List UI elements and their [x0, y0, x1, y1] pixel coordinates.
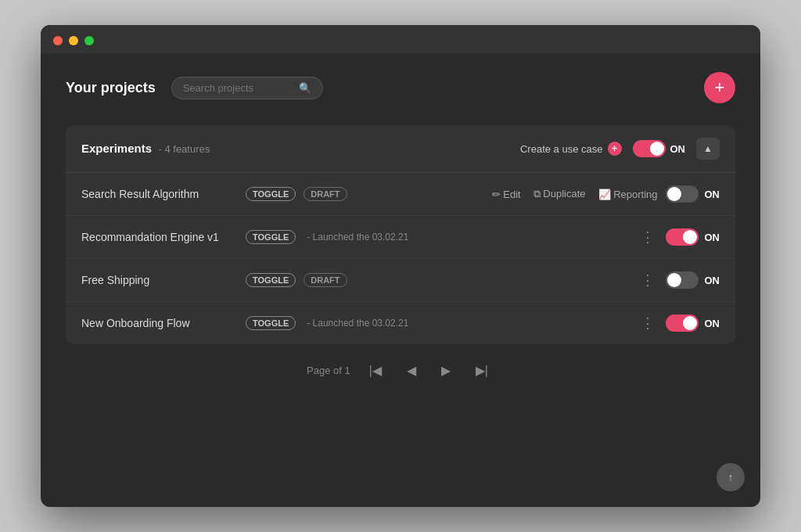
- feature-toggle[interactable]: [666, 185, 699, 203]
- experiments-title-group: Experiments - 4 features: [81, 142, 210, 156]
- feature-toggle-label: ON: [705, 275, 720, 286]
- feature-tag-toggle: TOGGLE: [246, 230, 296, 244]
- page-title: Your projects: [66, 80, 156, 96]
- user-icon[interactable]: ↑: [717, 463, 745, 491]
- more-options-icon[interactable]: ⋮: [638, 271, 658, 289]
- feature-toggle[interactable]: [666, 228, 699, 246]
- maximize-dot[interactable]: [84, 36, 94, 45]
- first-page-button[interactable]: |◀: [363, 360, 388, 381]
- feature-name: Search Result Algorithm: [81, 188, 238, 200]
- titlebar: [41, 25, 760, 53]
- chevron-up-icon: ▲: [703, 143, 713, 154]
- experiments-header: Experiments - 4 features Create a use ca…: [66, 125, 735, 173]
- feature-row: New Onboarding FlowTOGGLE- Launched the …: [66, 302, 735, 344]
- page-text: Page of 1: [307, 365, 350, 376]
- user-icon-glyph: ↑: [728, 471, 734, 483]
- search-box[interactable]: 🔍: [171, 77, 323, 99]
- feature-tag-draft: DRAFT: [304, 187, 347, 201]
- feature-meta: - Launched the 03.02.21: [307, 232, 408, 243]
- app-window: Your projects 🔍 + Experiments - 4 featur…: [41, 25, 760, 507]
- feature-toggle-label: ON: [705, 318, 720, 329]
- action-reporting[interactable]: 📈 Reporting: [598, 189, 658, 200]
- experiments-title: Experiments: [81, 142, 152, 155]
- next-page-button[interactable]: ▶: [435, 360, 457, 381]
- more-options-icon[interactable]: ⋮: [638, 315, 658, 332]
- experiments-card: Experiments - 4 features Create a use ca…: [66, 125, 735, 344]
- header-left: Your projects 🔍: [66, 77, 323, 99]
- feature-toggle-group: ON: [666, 315, 720, 332]
- action-duplicate[interactable]: ⧉ Duplicate: [533, 188, 586, 200]
- feature-toggle-group: ON: [666, 228, 720, 246]
- experiments-toggle[interactable]: [633, 140, 666, 157]
- experiments-toggle-label: ON: [670, 143, 686, 155]
- pagination: Page of 1 |◀ ◀ ▶ ▶|: [66, 344, 735, 397]
- main-content: Your projects 🔍 + Experiments - 4 featur…: [41, 53, 760, 507]
- action-edit[interactable]: ✏ Edit: [492, 189, 521, 200]
- experiments-actions: Create a use case + ON ▲: [520, 138, 720, 160]
- feature-meta: - Launched the 03.02.21: [307, 318, 408, 329]
- feature-name: New Onboarding Flow: [81, 317, 238, 329]
- feature-tag-draft: DRAFT: [304, 273, 347, 287]
- experiments-toggle-group: ON: [633, 140, 686, 157]
- feature-list: Search Result AlgorithmTOGGLEDRAFT✏ Edit…: [66, 173, 735, 344]
- add-project-button[interactable]: +: [704, 72, 735, 103]
- collapse-button[interactable]: ▲: [696, 138, 720, 160]
- feature-tag-toggle: TOGGLE: [246, 316, 296, 330]
- search-input[interactable]: [183, 82, 293, 94]
- create-usecase-button[interactable]: Create a use case +: [520, 142, 622, 156]
- feature-toggle[interactable]: [666, 315, 699, 332]
- minimize-dot[interactable]: [69, 36, 78, 45]
- feature-name: Recommandation Engine v1: [81, 231, 238, 243]
- last-page-button[interactable]: ▶|: [469, 360, 494, 381]
- feature-name: Free Shipping: [81, 274, 238, 286]
- page-header: Your projects 🔍 +: [66, 72, 735, 103]
- feature-toggle-label: ON: [705, 189, 720, 200]
- create-usecase-plus-icon: +: [608, 142, 622, 156]
- experiments-subtitle: - 4 features: [159, 143, 210, 155]
- feature-actions: ✏ Edit⧉ Duplicate📈 Reporting: [492, 188, 658, 200]
- more-options-icon[interactable]: ⋮: [638, 228, 658, 246]
- feature-toggle-group: ON: [666, 185, 720, 203]
- feature-tag-toggle: TOGGLE: [246, 273, 296, 287]
- feature-row: Free ShippingTOGGLEDRAFT⋮ON: [66, 259, 735, 302]
- prev-page-button[interactable]: ◀: [400, 360, 422, 381]
- feature-toggle-label: ON: [705, 232, 720, 243]
- feature-row: Search Result AlgorithmTOGGLEDRAFT✏ Edit…: [66, 173, 735, 216]
- feature-toggle[interactable]: [666, 271, 699, 289]
- feature-row: Recommandation Engine v1TOGGLE- Launched…: [66, 216, 735, 259]
- feature-tag-toggle: TOGGLE: [246, 187, 296, 201]
- search-icon: 🔍: [299, 82, 311, 94]
- close-dot[interactable]: [53, 36, 63, 45]
- feature-toggle-group: ON: [666, 271, 720, 289]
- create-usecase-label: Create a use case: [520, 143, 603, 155]
